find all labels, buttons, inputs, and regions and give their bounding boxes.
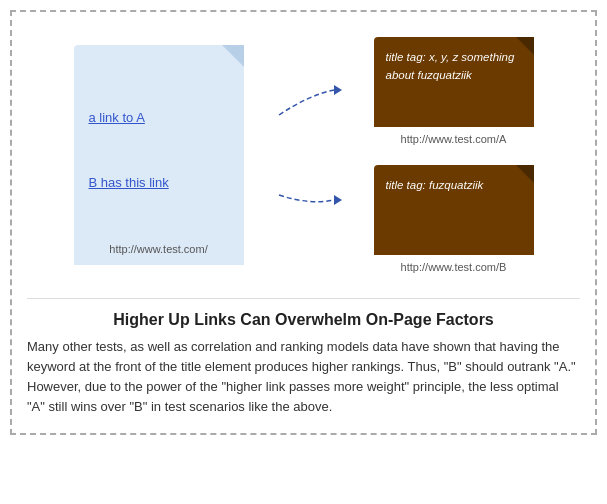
right-page-a-title: title tag: x, y, z something about fuzqu… <box>386 51 515 81</box>
link-b[interactable]: B has this link <box>89 175 169 190</box>
right-pages: title tag: x, y, z something about fuzqu… <box>374 37 534 273</box>
text-section: Higher Up Links Can Overwhelm On-Page Fa… <box>27 298 580 418</box>
arrows-area <box>274 45 344 265</box>
svg-marker-0 <box>334 85 342 95</box>
left-page-url: http://www.test.com/ <box>109 243 207 255</box>
left-page: a link to A B has this link http://www.t… <box>74 45 244 265</box>
right-page-b-url: http://www.test.com/B <box>374 261 534 273</box>
section-heading: Higher Up Links Can Overwhelm On-Page Fa… <box>27 311 580 329</box>
svg-marker-1 <box>334 195 342 205</box>
right-page-a-wrapper: title tag: x, y, z something about fuzqu… <box>374 37 534 145</box>
arrows-svg <box>274 45 344 265</box>
right-page-a-url: http://www.test.com/A <box>374 133 534 145</box>
section-body: Many other tests, as well as correlation… <box>27 337 580 418</box>
right-page-a: title tag: x, y, z something about fuzqu… <box>374 37 534 127</box>
link-a[interactable]: a link to A <box>89 110 145 125</box>
right-page-b-wrapper: title tag: fuzquatziik http://www.test.c… <box>374 165 534 273</box>
right-page-b: title tag: fuzquatziik <box>374 165 534 255</box>
diagram-area: a link to A B has this link http://www.t… <box>27 27 580 293</box>
main-container: a link to A B has this link http://www.t… <box>10 10 597 435</box>
right-page-b-title: title tag: fuzquatziik <box>386 179 484 191</box>
